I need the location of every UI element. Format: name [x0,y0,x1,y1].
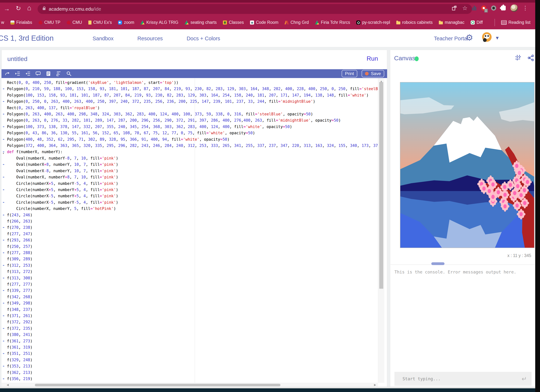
bookmark-item[interactable]: Classes [223,20,244,25]
code-line[interactable]: f(293, 266) [1,237,378,243]
code-line[interactable]: f(362, 213) [1,369,378,376]
code-line[interactable]: def f(numberX, numberY):▾ [1,149,378,155]
code-line[interactable]: f(351, 251) [1,350,378,357]
code-line[interactable]: Oval(numberX+8, numberY, 10, 7, fill='pi… [1,161,378,168]
forward-icon[interactable]: → [4,5,10,12]
code-line[interactable]: f(270, 238) [1,224,378,231]
avatar-dropdown-icon[interactable]: ▼ [495,35,500,41]
code-line[interactable]: Polygon(100, 153, 158, 93, 181, 101, 187… [1,92,378,98]
search-icon[interactable] [66,71,72,77]
user-avatar[interactable] [482,32,492,42]
extensions-puzzle-icon[interactable] [501,6,506,10]
code-line[interactable]: Oval(numberX-8, numberY, 10, 7, fill='pi… [1,168,378,174]
indent-right-icon[interactable] [15,71,20,77]
nav-resources[interactable]: Resources [137,35,163,42]
teacher-portal-link[interactable]: Teacher Portal [434,35,468,42]
bookmark-item[interactable]: Chng Grd [285,20,309,25]
code-line[interactable]: Circle(numberX-5, numberY-5, 4, fill='pi… [1,199,378,206]
url-bar[interactable]: academy.cs.cmu.edu/ide [38,4,472,14]
code-line[interactable]: Polygon(0, 250, 0, 263, 400, 263, 400, 2… [1,98,378,104]
vertical-scroll-thumb[interactable] [379,82,383,289]
code-line[interactable]: f(361, 273) [1,338,378,344]
bookmark-item[interactable]: CMU TP [39,20,60,25]
canvas-share-icon[interactable] [527,54,535,62]
code-line[interactable]: f(250, 257) [1,243,378,250]
code-line[interactable]: f(329, 248) [1,357,378,363]
canvas-drawing[interactable] [400,82,535,248]
code-line[interactable]: f(309, 289) [1,256,378,262]
reload-icon[interactable]: ↻ [16,5,21,11]
redo-icon[interactable] [4,71,10,77]
code-line[interactable]: Polygon(400, 48, 352, 62, 295, 71, 302, … [1,136,378,143]
comment-icon[interactable] [35,71,41,77]
code-line[interactable]: Polygon(100, 373, 138, 378, 147, 332, 20… [1,124,378,130]
bookmark-item[interactable]: w [1,20,4,25]
code-line[interactable]: Rect(0, 263, 400, 137, fill='royalBlue') [1,105,378,111]
editor-vertical-scrollbar[interactable]: ▲ [378,78,384,383]
save-button[interactable]: Save [362,70,384,77]
extension-record-icon[interactable]: 1 [481,5,486,11]
print-button[interactable]: Print [342,70,357,77]
gear-icon[interactable]: ⚙ [465,33,473,43]
format-lines-icon[interactable] [45,71,51,77]
horizontal-scroll-thumb[interactable] [35,384,280,386]
bookmark-item[interactable]: Diff [471,20,483,25]
code-line[interactable]: f(380, 241) [1,332,378,338]
reading-list-button[interactable]: Reading list [501,20,530,25]
scroll-left-icon[interactable]: ◀ [7,383,9,387]
code-line[interactable]: f(371, 261) [1,313,378,319]
browser-menu-icon[interactable]: ⋮ [523,5,528,11]
code-line[interactable]: Rect(0, 0, 400, 250, fill=gradient('skyB… [1,79,378,86]
code-line[interactable]: f(372, 292) [1,319,378,325]
code-line[interactable]: f(339, 277) [1,288,378,294]
code-line[interactable]: Polygon(0, 263, 0, 276, 33, 282, 101, 28… [1,117,378,124]
home-icon[interactable]: ⌂ [27,5,31,11]
code-line[interactable]: Circle(numberX, numberY, 5, fill='hotPin… [1,206,378,212]
code-line[interactable]: Polygon(0, 263, 400, 263, 400, 298, 348,… [1,111,378,117]
code-line[interactable]: f(349, 298) [1,300,378,306]
extension-wheel-icon[interactable] [491,5,496,11]
bookmark-item[interactable]: Krissy ALG TRIG [140,20,178,25]
file-title[interactable]: untitled [7,55,27,62]
code-line[interactable]: f(348, 237) [1,307,378,313]
code-line[interactable]: Circle(numberX+5, numberY+5, 4, fill='pi… [1,187,378,193]
bookmark-item[interactable]: zoom [118,20,134,25]
code-line[interactable]: f(313, 300) [1,275,378,281]
code-line[interactable]: f(342, 268) [1,294,378,300]
indent-left-icon[interactable] [25,71,31,77]
code-line[interactable]: f(353, 213) [1,363,378,369]
code-editor[interactable]: Rect(0, 0, 400, 250, fill=gradient('skyB… [1,78,378,383]
bookmark-item[interactable]: Firialabs [10,20,32,25]
bookmark-item[interactable]: Firia Tchr Rsrcs [315,20,350,25]
bookmark-item[interactable]: ◈Code Room [250,20,278,25]
console-input[interactable] [395,372,532,386]
share-icon[interactable] [451,5,458,11]
code-line[interactable]: f(277, 277) [1,281,378,288]
code-line[interactable]: f(243, 246) [1,212,378,218]
bookmark-item[interactable]: managbac [439,20,464,25]
code-line[interactable]: f(277, 247) [1,231,378,237]
nav-sandbox[interactable]: Sandbox [93,35,114,42]
code-line[interactable]: f(361, 319) [1,344,378,350]
bookmark-item[interactable]: CMU Ex's [88,20,112,25]
code-line[interactable]: Polygon(372, 400, 364, 363, 365, 320, 33… [1,143,378,149]
run-button[interactable]: Run [367,55,378,62]
bookmark-item[interactable]: py-scratch-repl [356,20,390,25]
code-line[interactable]: Circle(numberX-5, numberY+5, 4, fill='pi… [1,193,378,199]
bookmark-item[interactable]: seating charts [185,20,217,25]
console-resize-handle[interactable] [431,262,445,265]
history-icon[interactable] [56,71,62,77]
enter-key-icon[interactable]: ↵ [522,375,527,382]
code-line[interactable]: f(356, 219) [1,376,378,382]
bookmark-item[interactable]: roboics cabinets [396,20,433,25]
browser-profile-avatar[interactable] [510,4,518,12]
bookmark-star-icon[interactable]: ☆ [462,5,468,11]
editor-horizontal-scrollbar[interactable]: ◀ ▶ [1,383,378,387]
code-line[interactable]: Circle(numberX+5, numberY-5, 4, fill='pi… [1,180,378,187]
extension-bars-icon[interactable] [472,6,476,10]
code-line[interactable]: Oval(numberX, numberY+8, 7, 10, fill='pi… [1,174,378,180]
code-line[interactable]: Polygon(0, 210, 59, 188, 100, 153, 158, … [1,86,378,92]
nav-docs-colors[interactable]: Docs + Colors [187,35,220,42]
code-line[interactable]: f(313, 272) [1,268,378,275]
grid-toggle-icon[interactable] [515,54,522,62]
